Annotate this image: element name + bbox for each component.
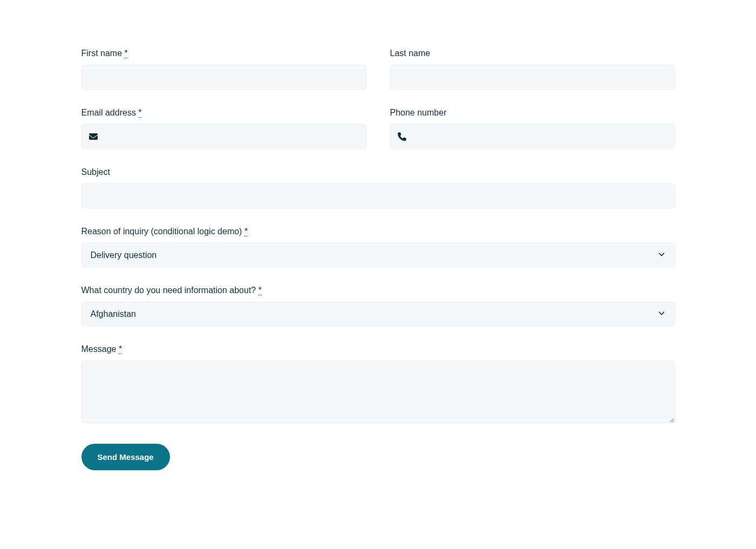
last-name-label: Last name — [390, 49, 675, 58]
last-name-input[interactable] — [390, 65, 675, 90]
email-label-text: Email address — [81, 108, 136, 117]
email-label: Email address * — [81, 108, 366, 118]
subject-input[interactable] — [81, 184, 675, 208]
required-mark: * — [119, 344, 122, 354]
reason-select[interactable]: Delivery question — [81, 243, 675, 267]
email-input[interactable] — [81, 124, 366, 149]
message-label: Message * — [81, 344, 675, 354]
required-mark: * — [138, 108, 141, 118]
first-name-label: First name * — [81, 49, 366, 58]
phone-label: Phone number — [390, 108, 675, 118]
first-name-input[interactable] — [81, 65, 366, 90]
required-mark: * — [258, 286, 262, 295]
send-message-button[interactable]: Send Message — [81, 444, 170, 470]
message-textarea[interactable] — [81, 361, 675, 423]
reason-label-text: Reason of inquiry (conditional logic dem… — [81, 227, 242, 236]
message-label-text: Message — [81, 344, 117, 354]
envelope-icon — [89, 132, 98, 141]
required-mark: * — [244, 227, 248, 236]
country-select[interactable]: Afghanistan — [81, 302, 675, 326]
required-mark: * — [125, 49, 128, 58]
first-name-label-text: First name — [81, 49, 122, 58]
country-label-text: What country do you need information abo… — [81, 286, 256, 295]
country-label: What country do you need information abo… — [81, 286, 675, 295]
phone-icon — [398, 132, 406, 141]
phone-input[interactable] — [390, 124, 675, 149]
subject-label: Subject — [81, 167, 675, 177]
reason-label: Reason of inquiry (conditional logic dem… — [81, 227, 675, 236]
